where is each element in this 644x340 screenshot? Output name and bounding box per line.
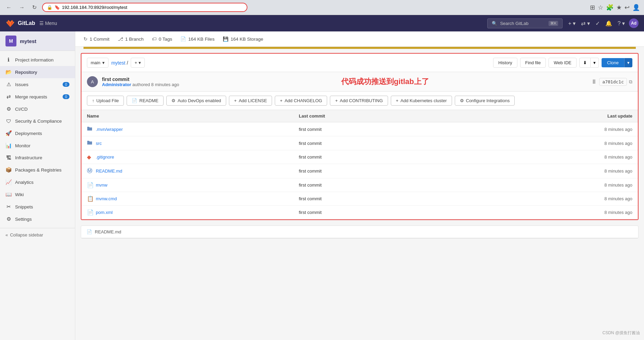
user-avatar-button[interactable]: Ad [629, 18, 639, 28]
back-button[interactable]: ← [4, 4, 14, 11]
sidebar-item-deployments[interactable]: 🚀 Deployments [0, 127, 75, 139]
merge-requests-button[interactable]: ⇄ ▾ [580, 19, 591, 28]
file-link[interactable]: pom.xml [96, 210, 113, 215]
commit-message-cell[interactable]: first commit [293, 122, 462, 136]
last-update-cell: 8 minutes ago [462, 178, 638, 192]
commit-stat[interactable]: ↻ 1 Commit [83, 36, 110, 42]
user-profile-icon[interactable]: ★ [616, 4, 622, 11]
sidebar-item-merge-requests[interactable]: ⇄ Merge requests 0 [0, 91, 75, 103]
storage-stat[interactable]: 💾 164 KB Storage [223, 36, 263, 42]
commit-message-cell[interactable]: first commit [293, 136, 462, 150]
web-ide-button[interactable]: Web IDE [549, 58, 577, 68]
refresh-button[interactable]: ↻ [30, 3, 39, 11]
branch-selector[interactable]: main ▾ [87, 58, 108, 68]
download-dropdown-button[interactable]: ▾ [591, 58, 599, 68]
star-icon[interactable]: ☆ [598, 4, 603, 11]
commit-count: 1 Commit [90, 37, 110, 42]
file-link[interactable]: mvnw.cmd [96, 196, 117, 201]
sidebar-item-label: Security & Compliance [15, 119, 62, 124]
account-icon[interactable]: 👤 [632, 4, 640, 11]
gitlab-fox-icon [5, 18, 15, 28]
branch-stat[interactable]: ⎇ 1 Branch [118, 36, 144, 42]
sidebar-item-repository[interactable]: 📂 Repository [0, 66, 75, 78]
file-link[interactable]: .gitignore [96, 154, 114, 160]
readme-filename: README.md [95, 229, 121, 234]
commit-message-cell[interactable]: first commit [293, 178, 462, 192]
last-update-column-header: Last update [462, 110, 638, 122]
commit-message-cell[interactable]: first commit [293, 164, 462, 178]
copy-hash-icon[interactable]: ⧉ [629, 79, 632, 85]
file-link[interactable]: src [96, 141, 102, 146]
path-project-link[interactable]: mytest [111, 60, 125, 66]
commit-hash-pill[interactable]: a701dc1c [599, 78, 627, 86]
main-content: ↻ 1 Commit ⎇ 1 Branch 🏷 0 Tags 📄 164 KB … [75, 31, 644, 340]
sidebar-item-snippets[interactable]: ✂ Snippets [0, 201, 75, 213]
project-name: mytest [20, 38, 36, 44]
commit-details: first commit Administrator authored 8 mi… [102, 77, 179, 87]
address-input[interactable] [62, 5, 243, 10]
sidebar-item-project-information[interactable]: ℹ Project information [0, 54, 75, 66]
notifications-button[interactable]: 🔔 [604, 19, 614, 28]
add-changelog-button[interactable]: + Add CHANGELOG [275, 96, 327, 106]
download-button-group: ⬇ ▾ [579, 58, 599, 68]
address-bar[interactable]: 🔒 🔖 [42, 3, 247, 12]
add-contributing-button[interactable]: + Add CONTRIBUTING [330, 96, 388, 106]
menu-icon[interactable]: ↩ [624, 4, 630, 11]
commit-message-cell[interactable]: first commit [293, 192, 462, 206]
add-file-button[interactable]: + ▾ [131, 58, 145, 68]
forward-button[interactable]: → [17, 4, 27, 11]
file-table-header: Name Last commit Last update [81, 110, 638, 122]
clone-dropdown-button[interactable]: ▾ [624, 58, 632, 67]
commit-message-cell[interactable]: first commit [293, 150, 462, 164]
add-license-button[interactable]: + Add LICENSE [229, 96, 272, 106]
create-new-button[interactable]: + ▾ [567, 19, 577, 28]
clone-button[interactable]: Clone [602, 58, 624, 67]
sidebar-project-header[interactable]: M mytest [0, 31, 75, 51]
add-kubernetes-button[interactable]: + Add Kubernetes cluster [391, 96, 452, 106]
sidebar-item-security[interactable]: 🛡 Security & Compliance [0, 115, 75, 127]
sidebar-item-packages[interactable]: 📦 Packages & Registries [0, 164, 75, 176]
tag-stat[interactable]: 🏷 0 Tags [152, 37, 172, 42]
todos-button[interactable]: ✓ [594, 19, 601, 28]
file-link[interactable]: mvnw [96, 182, 107, 188]
history-button[interactable]: History [493, 58, 517, 68]
sidebar-item-settings[interactable]: ⚙ Settings [0, 213, 75, 225]
license-icon: + [234, 98, 237, 103]
configure-integrations-label: Configure Integrations [466, 98, 510, 103]
extensions-icon[interactable]: 🧩 [606, 4, 614, 11]
readme-file-icon: 📄 [87, 229, 92, 234]
sidebar-item-infrastructure[interactable]: 🏗 Infrastructure [0, 152, 75, 164]
auto-devops-button[interactable]: ⚙ Auto DevOps enabled [166, 96, 226, 106]
contributing-icon: + [335, 98, 338, 103]
find-file-button[interactable]: Find file [520, 58, 546, 68]
sidebar-item-monitor[interactable]: 📊 Monitor [0, 139, 75, 152]
commit-message-cell[interactable]: first commit [293, 206, 462, 219]
search-bar[interactable]: 🔍 Search GitLab ⌘K [487, 18, 563, 28]
last-update-cell: 8 minutes ago [462, 136, 638, 150]
files-stat[interactable]: 📄 164 KB Files [180, 36, 215, 42]
sidebar-item-label: CI/CD [15, 107, 28, 112]
gitlab-logo[interactable]: GitLab [5, 18, 35, 28]
download-button[interactable]: ⬇ [579, 58, 591, 68]
sidebar-item-analytics[interactable]: 📈 Analytics [0, 176, 75, 188]
upload-file-button[interactable]: ↑ Upload File [87, 96, 124, 106]
sidebar-item-issues[interactable]: ⚠ Issues 0 [0, 78, 75, 91]
collapse-sidebar-button[interactable]: « Collapse sidebar [0, 228, 75, 242]
sidebar-item-cicd[interactable]: ⚙ CI/CD [0, 103, 75, 115]
commit-message[interactable]: first commit [102, 77, 179, 82]
issues-icon: ⚠ [5, 81, 12, 87]
file-link[interactable]: .mvn/wrapper [96, 127, 123, 132]
changelog-icon: + [280, 98, 283, 103]
sidebar-item-wiki[interactable]: 📖 Wiki [0, 188, 75, 201]
pipeline-status-icon[interactable]: ⏸ [591, 78, 597, 85]
header-icons: + ▾ ⇄ ▾ ✓ 🔔 ? ▾ Ad [567, 18, 639, 28]
configure-integrations-button[interactable]: ⚙ Configure Integrations [455, 96, 515, 106]
help-button[interactable]: ? ▾ [616, 19, 626, 28]
file-link[interactable]: README.md [96, 168, 122, 174]
apps-icon[interactable]: ⊞ [590, 4, 595, 11]
infrastructure-icon: 🏗 [5, 155, 12, 161]
readme-button[interactable]: 📄 README [127, 96, 164, 106]
commit-author-name[interactable]: Administrator [102, 82, 131, 87]
menu-button[interactable]: ☰ Menu [39, 21, 57, 26]
last-update-cell: 8 minutes ago [462, 192, 638, 206]
